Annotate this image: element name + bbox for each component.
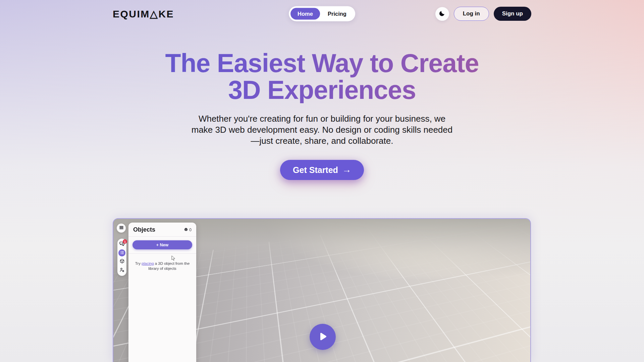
play-icon	[317, 331, 328, 343]
panel-divider	[128, 253, 196, 254]
theme-toggle-button[interactable]	[435, 7, 449, 21]
moon-icon	[439, 10, 445, 18]
signup-button[interactable]: Sign up	[494, 7, 531, 21]
page-title: The Easiest Way to Create 3D Experiences	[0, 50, 644, 103]
library-button[interactable]	[118, 258, 125, 265]
cube-count-icon	[184, 227, 188, 233]
play-button[interactable]	[310, 324, 336, 350]
notification-badge: 1	[123, 239, 127, 244]
cube-icon	[119, 258, 125, 265]
tool-sidebar: 1	[117, 239, 126, 276]
panel-divider	[128, 236, 196, 237]
chat-button[interactable]: 1	[118, 241, 125, 248]
hamburger-icon	[119, 225, 124, 231]
header: EQUIM△KE Home Pricing Log in Sign up	[0, 0, 644, 27]
placing-link[interactable]: placing	[142, 261, 154, 265]
objects-count: 0	[184, 227, 192, 233]
app-preview-frame: 1 Objects 0 +	[113, 218, 531, 362]
empty-state-hint: Try placing a 3D object from the library…	[133, 261, 192, 271]
user-settings-button[interactable]	[118, 267, 125, 274]
user-settings-icon	[119, 267, 125, 274]
hero-subtitle: Whether you're creating for fun or build…	[191, 113, 453, 146]
objects-panel-title: Objects	[133, 226, 155, 233]
nav-tab-home[interactable]: Home	[290, 8, 320, 20]
get-started-button[interactable]: Get Started →	[280, 160, 364, 180]
hero-section: The Easiest Way to Create 3D Experiences…	[0, 50, 644, 180]
title-line-1: The Easiest Way to Create	[165, 49, 479, 77]
login-button[interactable]: Log in	[454, 7, 489, 21]
mouse-cursor-icon	[171, 256, 176, 262]
objects-count-value: 0	[189, 228, 192, 232]
menu-button[interactable]	[117, 224, 126, 233]
nav-tab-pricing[interactable]: Pricing	[321, 8, 354, 20]
objects-list-button[interactable]	[118, 249, 125, 256]
main-nav: Home Pricing	[289, 6, 355, 21]
logo: EQUIM△KE	[113, 8, 174, 20]
cta-label: Get Started	[293, 165, 338, 175]
arrow-right-icon: →	[342, 165, 351, 175]
list-icon	[120, 250, 124, 256]
title-line-2: 3D Experiences	[228, 75, 416, 104]
objects-panel: Objects 0 + New Try placing a 3D object …	[128, 223, 196, 362]
new-object-button[interactable]: + New	[132, 240, 192, 249]
